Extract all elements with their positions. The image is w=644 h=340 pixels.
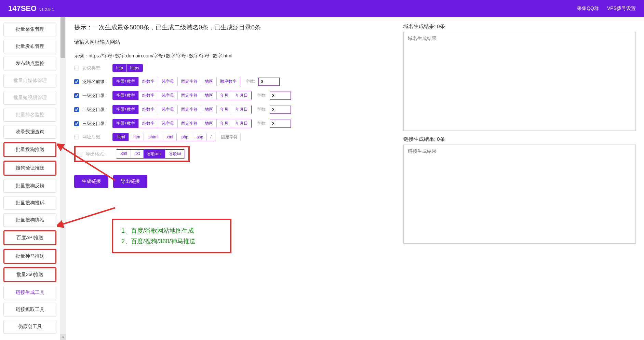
sidebar-item-10[interactable]: 批量搜狗投诉 (3, 196, 56, 210)
protocol-checkbox[interactable] (74, 66, 79, 70)
dir1-option-1[interactable]: 纯数字 (139, 91, 158, 100)
protocol-option-0[interactable]: http (113, 64, 127, 72)
export-format-highlight: 导出格式:.xml.txt谷歌xml谷歌txt (74, 146, 190, 162)
export-option-0[interactable]: .xml (116, 150, 131, 158)
export-option-1[interactable]: .txt (131, 150, 144, 158)
dir3-option-0[interactable]: 字母+数字 (113, 119, 139, 128)
dir2-option-3[interactable]: 固定字符 (178, 105, 201, 114)
scroll-down-icon[interactable]: ▾ (60, 334, 66, 340)
sidebar-item-7[interactable]: 批量搜狗推送 (3, 142, 56, 157)
dir1-option-group: 字母+数字纯数字纯字母固定字符地区年月年月日 (112, 91, 252, 100)
suffix-fixed-input[interactable] (219, 133, 241, 141)
dir2-count-input[interactable] (270, 106, 291, 114)
sidebar-item-13[interactable]: 批量神马推送 (3, 249, 56, 264)
prefix-option-2[interactable]: 纯字母 (158, 77, 178, 86)
dir2-checkbox[interactable] (74, 107, 79, 112)
prefix-option-1[interactable]: 纯数字 (139, 77, 158, 86)
suffix-option-3[interactable]: .xml (162, 133, 177, 141)
callout-line-2: 2、百度/搜狗/360/神马推送 (121, 236, 222, 247)
prefix-count-input[interactable] (258, 78, 280, 86)
dir2-option-5[interactable]: 年月 (217, 105, 232, 114)
sidebar-item-15[interactable]: 链接生成工具 (3, 286, 56, 299)
app-version: v1.2.9.1 (39, 7, 54, 12)
suffix-option-0[interactable]: .html (113, 133, 129, 141)
dir1-option-6[interactable]: 年月日 (232, 91, 251, 100)
dir2-option-0[interactable]: 字母+数字 (113, 105, 139, 114)
dir2-count-label: 字数: (257, 107, 266, 112)
suffix-option-1[interactable]: .htm (129, 133, 144, 141)
dir3-row: 三级泛目录:字母+数字纯数字纯字母固定字符地区年月年月日字数: (74, 119, 393, 128)
dir2-option-1[interactable]: 纯数字 (139, 105, 158, 114)
dir1-option-3[interactable]: 固定字符 (178, 91, 201, 100)
dir2-label: 二级泛目录: (82, 107, 109, 113)
protocol-option-group: httphttps (112, 64, 143, 72)
suffix-label: 网址后缀: (82, 134, 109, 140)
dir1-count-label: 字数: (257, 93, 266, 98)
prefix-count-label: 字数: (246, 79, 255, 84)
link-result-title: 链接生成结果: 0条 (403, 136, 636, 142)
example-text: 示例：https://字母+数字.domain.com/字母+数字/字母+数字/… (74, 53, 393, 59)
suffix-option-5[interactable]: .asp (192, 133, 207, 141)
prefix-option-3[interactable]: 固定字符 (178, 77, 201, 86)
sidebar-item-12[interactable]: 百度API推送 (3, 230, 56, 245)
sidebar-item-17[interactable]: 伪原创工具 (3, 320, 56, 334)
suffix-checkbox[interactable] (74, 135, 79, 139)
domain-result-textarea[interactable] (403, 32, 636, 131)
suffix-option-4[interactable]: .php (177, 133, 192, 141)
dir1-option-5[interactable]: 年月 (217, 91, 232, 100)
sidebar-item-14[interactable]: 批量360推送 (3, 267, 56, 282)
dir3-option-2[interactable]: 纯字母 (158, 119, 178, 128)
suffix-option-6[interactable]: / (207, 133, 215, 141)
url-input-label: 请输入网址输入网站 (74, 39, 393, 45)
export-links-button[interactable]: 导出链接 (113, 175, 147, 188)
generate-links-button[interactable]: 生成链接 (74, 175, 108, 188)
dir1-row: 一级泛目录:字母+数字纯数字纯字母固定字符地区年月年月日字数: (74, 91, 393, 100)
dir3-option-3[interactable]: 固定字符 (178, 119, 201, 128)
protocol-option-1[interactable]: https (127, 64, 143, 72)
export-checkbox[interactable] (78, 152, 82, 157)
dir1-option-4[interactable]: 地区 (201, 91, 217, 100)
scrollbar-thumb[interactable] (61, 17, 65, 58)
dir3-option-5[interactable]: 年月 (217, 119, 232, 128)
prefix-option-5[interactable]: 顺序数字 (217, 77, 240, 86)
dir2-option-4[interactable]: 地区 (201, 105, 217, 114)
prefix-label: 泛域名前缀: (82, 79, 109, 85)
vps-settings-link[interactable]: VPS拨号设置 (607, 5, 636, 12)
sidebar-item-6[interactable]: 收录数据查询 (3, 125, 56, 139)
prefix-option-0[interactable]: 字母+数字 (113, 77, 139, 86)
prefix-option-4[interactable]: 地区 (201, 77, 217, 86)
dir1-checkbox[interactable] (74, 93, 79, 98)
dir1-option-2[interactable]: 纯字母 (158, 91, 178, 100)
dir3-option-1[interactable]: 纯数字 (139, 119, 158, 128)
dir1-option-0[interactable]: 字母+数字 (113, 91, 139, 100)
sidebar-item-11[interactable]: 批量搜狗绑站 (3, 213, 56, 227)
export-option-group: .xml.txt谷歌xml谷歌txt (116, 149, 185, 159)
dir2-row: 二级泛目录:字母+数字纯数字纯字母固定字符地区年月年月日字数: (74, 105, 393, 114)
dir3-checkbox[interactable] (74, 121, 79, 126)
export-option-3[interactable]: 谷歌txt (165, 150, 185, 158)
sidebar-item-8[interactable]: 搜狗验证推送 (3, 161, 56, 176)
sidebar-item-9[interactable]: 批量搜狗反馈 (3, 179, 56, 193)
dir2-option-6[interactable]: 年月日 (232, 105, 251, 114)
sidebar-item-0[interactable]: 批量采集管理 (3, 23, 56, 36)
export-option-2[interactable]: 谷歌xml (144, 150, 165, 158)
dir3-count-label: 字数: (257, 121, 266, 126)
sidebar-item-1[interactable]: 批量发布管理 (3, 40, 56, 53)
qq-group-link[interactable]: 采集QQ群 (577, 5, 599, 12)
annotation-callout: 1、百度/谷歌网站地图生成 2、百度/搜狗/360/神马推送 (112, 219, 231, 253)
dir3-option-6[interactable]: 年月日 (232, 119, 251, 128)
suffix-option-2[interactable]: .shtml (144, 133, 162, 141)
sidebar-item-2[interactable]: 发布站点监控 (3, 57, 56, 70)
sidebar-item-16[interactable]: 链接抓取工具 (3, 303, 56, 316)
dir2-option-2[interactable]: 纯字母 (158, 105, 178, 114)
dir3-count-input[interactable] (270, 120, 291, 128)
sidebar-scrollbar[interactable]: ▾ (60, 17, 66, 340)
dir3-option-4[interactable]: 地区 (201, 119, 217, 128)
app-logo: 147SEO (8, 4, 37, 13)
protocol-label: 协议类型: (82, 65, 109, 71)
callout-line-1: 1、百度/谷歌网站地图生成 (121, 226, 222, 236)
prefix-row: 泛域名前缀:字母+数字纯数字纯字母固定字符地区顺序数字字数: (74, 77, 393, 86)
prefix-checkbox[interactable] (74, 79, 79, 84)
dir1-count-input[interactable] (270, 92, 291, 100)
link-result-textarea[interactable] (403, 145, 636, 244)
